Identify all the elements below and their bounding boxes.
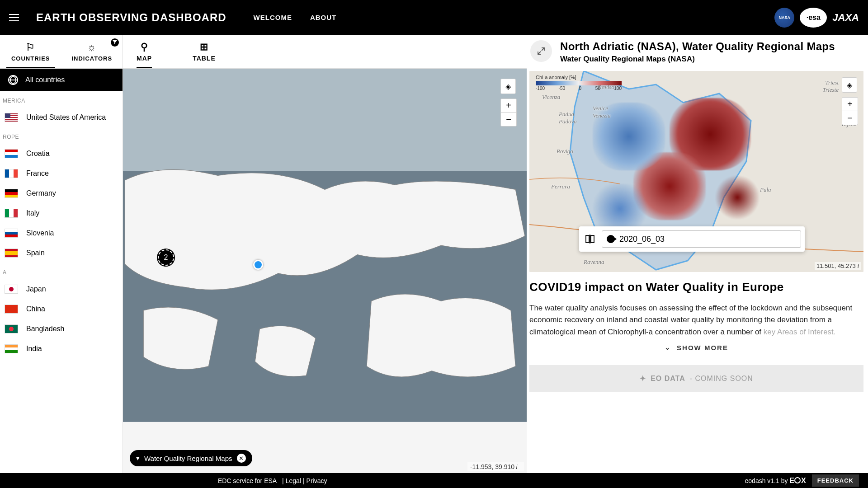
map-filter-chip: ▾ Water Quality Regional Maps ✕ xyxy=(130,450,252,466)
detail-title: North Adriatic (NASA), Water Quality Reg… xyxy=(560,40,835,53)
globe-icon xyxy=(8,75,18,85)
tab-map-label: MAP xyxy=(137,55,152,62)
country-name: Croatia xyxy=(26,150,50,158)
zoom-in-button[interactable]: + xyxy=(501,99,516,113)
map-point-marker[interactable] xyxy=(253,260,263,270)
city-label: Rovigo xyxy=(557,148,573,155)
tab-countries[interactable]: ⚐ COUNTRIES xyxy=(0,35,61,68)
map-cluster-marker[interactable]: 2 xyxy=(158,249,174,266)
flag-icon xyxy=(5,324,18,333)
country-item[interactable]: Bangladesh xyxy=(0,319,123,339)
detail-panel: North Adriatic (NASA), Water Quality Reg… xyxy=(527,35,868,473)
detail-coords: 11.501, 45.273 i xyxy=(815,262,861,270)
date-value: 2020_06_03 xyxy=(619,235,665,244)
all-countries-item[interactable]: All countries xyxy=(0,69,123,91)
coming-soon-label: - COMING SOON xyxy=(690,375,753,383)
nav-welcome[interactable]: WELCOME xyxy=(254,14,292,21)
agency-logos: NASA ·esa JAXA xyxy=(774,8,859,28)
show-more-button[interactable]: ⌄ SHOW MORE xyxy=(529,343,863,352)
detail-layers-button[interactable]: ◈ xyxy=(842,77,857,93)
article-body: The water quality analysis focuses on as… xyxy=(529,302,863,338)
country-item[interactable]: Slovenia xyxy=(0,223,123,243)
flag-icon xyxy=(5,113,18,122)
flag-icon: ⚐ xyxy=(26,42,35,53)
info-icon[interactable]: i xyxy=(857,263,859,269)
tab-indicators-label: INDICATORS xyxy=(71,55,112,62)
show-more-label: SHOW MORE xyxy=(677,344,728,352)
footer-privacy-link[interactable]: Privacy xyxy=(307,477,327,484)
flag-icon xyxy=(5,305,18,314)
flag-icon xyxy=(5,209,18,218)
article: COVID19 impact on Water Quality in Europ… xyxy=(527,272,868,356)
legend: Chl-a anomaly [%] -100-50050100 xyxy=(536,75,622,91)
country-name: Bangladesh xyxy=(26,325,65,333)
footer-legal-link[interactable]: Legal xyxy=(286,477,301,484)
layers-button[interactable]: ◈ xyxy=(500,79,516,94)
eo-data-label: EO DATA xyxy=(651,375,685,383)
menu-button[interactable] xyxy=(9,11,23,24)
country-item[interactable]: Italy xyxy=(0,203,123,223)
layers-icon: ◈ xyxy=(505,82,511,91)
detail-zoom-in[interactable]: + xyxy=(842,98,858,111)
expand-button[interactable] xyxy=(530,40,552,62)
date-selector: 2020_06_03 xyxy=(579,226,805,252)
left-panel: ⚐ COUNTRIES ☼ INDICATORS All countries M… xyxy=(0,35,123,473)
lightbulb-icon: ☼ xyxy=(87,42,97,53)
flag-icon xyxy=(5,169,18,178)
chip-label: Water Quality Regional Maps xyxy=(144,455,232,462)
map-icon: ⚲ xyxy=(141,41,148,53)
satellite-icon: ✦ xyxy=(640,374,646,383)
country-item[interactable]: Germany xyxy=(0,183,123,203)
country-item[interactable]: India xyxy=(0,339,123,359)
detail-map[interactable]: Treviso Vicenza Venice Venezia Padua Pad… xyxy=(529,71,863,272)
tab-table[interactable]: ⊞ TABLE xyxy=(193,35,216,68)
center-panel: ⚲ MAP ⊞ TABLE 2 ◈ xyxy=(123,35,527,473)
flag-icon xyxy=(5,149,18,158)
all-countries-label: All countries xyxy=(25,76,65,84)
country-name: China xyxy=(26,305,45,313)
city-label: Pula xyxy=(760,186,771,193)
info-icon[interactable]: i xyxy=(516,464,521,469)
tab-countries-label: COUNTRIES xyxy=(11,55,50,62)
tab-map[interactable]: ⚲ MAP xyxy=(137,35,152,68)
tab-indicators[interactable]: ☼ INDICATORS xyxy=(61,35,123,68)
flag-icon xyxy=(5,344,18,353)
city-label: Venice Venezia xyxy=(593,105,611,119)
zoom-out-button[interactable]: − xyxy=(501,113,516,126)
tag-icon xyxy=(607,235,615,243)
city-label: Padua Padova xyxy=(559,111,577,125)
country-item[interactable]: Croatia xyxy=(0,144,123,164)
footer: EDC service for ESA | Legal | Privacy eo… xyxy=(0,473,868,488)
world-map-svg xyxy=(123,69,527,473)
region-header: MERICA xyxy=(0,91,123,108)
country-item[interactable]: France xyxy=(0,164,123,183)
country-item[interactable]: Japan xyxy=(0,279,123,299)
country-item[interactable]: Spain xyxy=(0,243,123,263)
country-name: Japan xyxy=(26,285,46,293)
compare-button[interactable] xyxy=(583,232,597,246)
footer-eodash-link[interactable]: eodash xyxy=(745,477,766,484)
svg-rect-4 xyxy=(586,235,589,243)
date-input[interactable]: 2020_06_03 xyxy=(602,230,801,248)
article-heading: COVID19 impact on Water Quality in Europ… xyxy=(529,280,863,294)
chip-close-button[interactable]: ✕ xyxy=(237,454,246,463)
indicator-filter-badge[interactable] xyxy=(111,38,119,47)
flag-icon xyxy=(5,285,18,294)
country-item[interactable]: United States of America xyxy=(0,108,123,127)
footer-esa-link[interactable]: ESA xyxy=(264,477,277,484)
footer-edc-link[interactable]: EDC xyxy=(218,477,231,484)
country-list[interactable]: MERICAUnited States of AmericaROPECroati… xyxy=(0,91,123,473)
funnel-icon: ▾ xyxy=(136,454,140,462)
world-map[interactable]: 2 ◈ + − ▾ Water Quality Regional Maps ✕ … xyxy=(123,69,527,473)
region-header: ROPE xyxy=(0,127,123,144)
detail-zoom-out[interactable]: − xyxy=(842,111,858,125)
expand-icon xyxy=(537,47,546,56)
detail-zoom-control: + − xyxy=(842,97,858,125)
app-title: EARTH OBSERVING DASHBOARD xyxy=(36,11,226,24)
eo-data-box: ✦ EO DATA - COMING SOON xyxy=(529,365,863,392)
chevron-down-icon: ⌄ xyxy=(665,343,671,352)
feedback-button[interactable]: FEEDBACK xyxy=(812,474,859,487)
nav-about[interactable]: ABOUT xyxy=(310,14,336,21)
country-name: Spain xyxy=(26,249,45,257)
country-item[interactable]: China xyxy=(0,299,123,319)
